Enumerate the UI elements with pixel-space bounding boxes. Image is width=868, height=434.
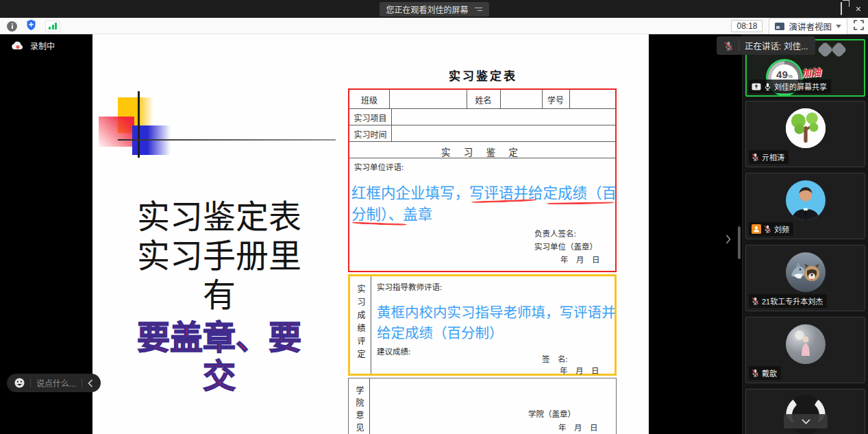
stat-percent: 49 bbox=[776, 69, 788, 80]
date-label: 年 月 日 bbox=[560, 365, 599, 376]
table-line bbox=[391, 108, 392, 141]
table-line bbox=[500, 90, 501, 108]
participant-name-bar: 刘频 bbox=[749, 222, 793, 236]
grade-vertical-label: 实习成绩评定 bbox=[355, 285, 367, 363]
view-mode-button[interactable]: 演讲者视图 bbox=[769, 18, 847, 35]
speaking-toast: 正在讲话: 刘佳... bbox=[717, 36, 815, 55]
project-label: 实习项目 bbox=[349, 112, 391, 124]
mic-muted-icon bbox=[752, 369, 759, 377]
headline-line-2: 实习手册里 bbox=[101, 237, 338, 276]
slide-headline-emphasis: 要盖章、要 交 bbox=[101, 319, 338, 396]
avatar bbox=[786, 324, 826, 364]
cloud-logo-icon bbox=[819, 44, 845, 56]
section-title: 实 习 鉴 定 bbox=[349, 145, 615, 158]
panel-collapse-button[interactable] bbox=[723, 232, 733, 247]
annotation-red-box-line2: 分制）、盖章 bbox=[351, 202, 432, 224]
deco-horizontal-line bbox=[118, 139, 336, 141]
sidebar-scrollbar[interactable] bbox=[738, 226, 741, 259]
recording-indicator: 录制中 bbox=[11, 40, 55, 51]
menu-icon[interactable] bbox=[475, 8, 482, 12]
fullscreen-button[interactable] bbox=[854, 20, 864, 33]
emoji-icon[interactable] bbox=[14, 378, 25, 388]
participant-name: 刘频 bbox=[774, 224, 789, 234]
chevron-down-icon bbox=[802, 419, 810, 424]
form-yellow-box: 实习成绩评定 实习指导教师评语: 黄框内校内实习指导老师填，写评语并 给定成绩（… bbox=[348, 274, 617, 376]
slide-headline: 实习鉴定表 实习手册里 有 bbox=[101, 197, 338, 315]
cloud-recording-icon bbox=[11, 40, 25, 51]
portrait-avatar-icon bbox=[786, 324, 826, 364]
mic-muted-icon bbox=[764, 225, 771, 233]
annotation-red-box-line1: 红框内企业填写，写评语并给定成绩（百 bbox=[351, 181, 617, 202]
chat-quick-bar[interactable]: 说点什么... bbox=[7, 374, 101, 392]
time-label: 实习时间 bbox=[349, 128, 391, 141]
name-label: 姓名 bbox=[467, 94, 500, 106]
annotation-yellow-box-line1: 黄框内校内实习指导老师填，写评语并 bbox=[377, 301, 616, 322]
share-tile-name-bar: 刘佳的屏幕共享 bbox=[749, 80, 831, 93]
divider bbox=[739, 41, 739, 51]
title-bar: 您正在观看刘佳的屏幕 × bbox=[0, 0, 868, 18]
fullscreen-icon bbox=[854, 20, 864, 30]
scroll-more-button[interactable] bbox=[784, 414, 828, 429]
avatar bbox=[786, 252, 826, 292]
participant-tile[interactable] bbox=[745, 389, 865, 434]
info-icon[interactable] bbox=[7, 21, 17, 32]
participant-name-bar: 21软工专升本刘杰 bbox=[749, 294, 827, 308]
class-label: 班级 bbox=[349, 94, 389, 106]
toolbar-left bbox=[7, 18, 60, 34]
college-vertical-label: 学院意见 bbox=[354, 386, 365, 434]
shared-slide: 实习鉴定表 实习手册里 有 要盖章、要 交 实习鉴定表 班级 姓名 学号 实习项… bbox=[92, 34, 649, 434]
table-line bbox=[389, 90, 390, 108]
participant-tile[interactable]: 21软工专升本刘杰 bbox=[745, 245, 865, 311]
participant-name-bar: 亓相涛 bbox=[749, 150, 789, 164]
restore-button[interactable] bbox=[841, 3, 842, 15]
unit-comment-label: 实习单位评语: bbox=[354, 161, 404, 172]
participant-tile[interactable]: 戴歆 bbox=[745, 317, 865, 383]
date-label: 年 月 日 bbox=[560, 254, 600, 265]
meeting-toolbar: 08:18 演讲者视图 bbox=[0, 18, 868, 34]
chevron-left-icon[interactable] bbox=[88, 379, 93, 387]
watching-banner[interactable]: 您正在观看刘佳的屏幕 bbox=[379, 2, 488, 16]
table-line bbox=[369, 378, 370, 434]
form-red-box: 班级 姓名 学号 实习项目 实习时间 实 习 鉴 定 实习单位评语: 红框内企业… bbox=[348, 88, 617, 272]
chat-input[interactable]: 说点什么... bbox=[36, 377, 76, 389]
table-line bbox=[349, 125, 615, 125]
table-line bbox=[349, 108, 615, 109]
headline-line-1: 实习鉴定表 bbox=[101, 197, 338, 237]
restore-icon bbox=[841, 2, 842, 15]
table-line bbox=[371, 276, 371, 374]
caret-down-icon bbox=[836, 25, 841, 28]
stat-percent-unit: % bbox=[788, 73, 793, 80]
suggest-grade-label: 建议成绩: bbox=[377, 346, 410, 357]
meeting-window: 您正在观看刘佳的屏幕 × 08:18 演讲者视图 bbox=[0, 0, 868, 434]
date-label: 年 月 日 bbox=[558, 422, 598, 433]
recording-label: 录制中 bbox=[30, 40, 55, 51]
participant-name: 亓相涛 bbox=[762, 152, 784, 162]
security-shield-icon[interactable] bbox=[26, 19, 36, 34]
speaking-toast-label: 正在讲话: 刘佳... bbox=[745, 39, 808, 52]
portrait-avatar-icon bbox=[786, 180, 826, 220]
mic-muted-icon bbox=[752, 297, 759, 305]
participant-tile[interactable]: 刘频 bbox=[745, 173, 865, 239]
divider bbox=[30, 378, 31, 387]
form-college-box: 学院意见 学院（盖章） 年 月 日 bbox=[348, 378, 617, 434]
share-tile-label: 刘佳的屏幕共享 bbox=[774, 81, 827, 92]
mic-icon bbox=[764, 82, 771, 91]
close-button[interactable]: × bbox=[856, 4, 861, 14]
window-controls: × bbox=[827, 0, 864, 18]
host-badge-icon bbox=[752, 224, 761, 234]
annotation-yellow-box-line2: 给定成绩（百分制） bbox=[377, 322, 504, 342]
mic-muted-icon bbox=[752, 153, 759, 161]
sign-label: 签 名: bbox=[542, 353, 568, 364]
divider bbox=[82, 378, 82, 387]
share-background-text: 加油 bbox=[801, 64, 821, 80]
participant-name-bar: 戴歆 bbox=[749, 366, 781, 380]
table-line bbox=[569, 90, 570, 108]
avatar bbox=[786, 108, 826, 148]
unit-seal-label: 实习单位（盖章） bbox=[534, 241, 597, 252]
participants-panel: 加油 49% ↑48.4K/s 刘佳的屏幕共享 bbox=[742, 34, 868, 434]
participant-tile[interactable]: 亓相涛 bbox=[745, 101, 865, 167]
participant-name: 戴歆 bbox=[762, 367, 777, 378]
student-id-label: 学号 bbox=[542, 94, 569, 106]
deco-vertical-line bbox=[138, 91, 140, 158]
network-signal-icon[interactable] bbox=[45, 21, 60, 32]
